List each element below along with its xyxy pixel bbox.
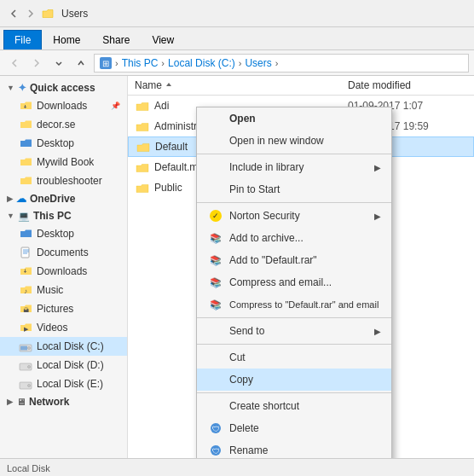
this-pc-chevron: ▼ — [7, 212, 14, 220]
title-forward-icon[interactable] — [24, 7, 38, 20]
content-area: Name Date modified Adi 01-09-2017 1:07 — [128, 76, 474, 458]
path-separator-3: › — [275, 58, 279, 68]
local-e-icon — [19, 377, 32, 391]
sidebar-section-this-pc[interactable]: ▼ 💻 This PC — [0, 207, 127, 224]
ctx-norton[interactable]: ✓ Norton Security ▶ — [197, 205, 391, 227]
svg-text:🛡: 🛡 — [212, 447, 220, 456]
desktop-label: Desktop — [37, 137, 74, 149]
ctx-shortcut-icon — [207, 399, 224, 413]
ctx-rename-icon: 🛡 — [207, 444, 224, 457]
troubleshooter-label: troubleshooter — [37, 175, 102, 187]
nav-recent-button[interactable] — [49, 54, 68, 73]
videos-icon: ▶ — [19, 321, 32, 334]
ctx-rename-label: Rename — [229, 444, 381, 456]
svg-point-8 — [28, 346, 31, 349]
ctx-create-shortcut[interactable]: Create shortcut — [197, 395, 391, 417]
sort-icon — [165, 82, 172, 89]
nav-forward-button[interactable] — [27, 54, 46, 73]
ctx-open-new-window[interactable]: Open in new window — [197, 130, 391, 152]
svg-text:♪: ♪ — [24, 287, 27, 295]
ctx-compress-label: Compress and email... — [229, 276, 381, 288]
sidebar-item-pictures[interactable]: 🏔 Pictures — [0, 299, 127, 318]
sidebar-item-downloads[interactable]: Downloads 📌 — [0, 96, 127, 115]
address-path[interactable]: ⊞ › This PC › Local Disk (C:) › Users › — [94, 54, 469, 73]
svg-rect-2 — [21, 247, 29, 258]
videos-label: Videos — [37, 322, 67, 334]
tab-view[interactable]: View — [141, 30, 185, 49]
sidebar-section-quick-access[interactable]: ▼ ✦ Quick access — [0, 79, 127, 96]
ctx-rar1-icon: 📚 — [207, 231, 224, 245]
sidebar-item-decor[interactable]: decor.se — [0, 115, 127, 134]
ctx-delete[interactable]: 🛡 Delete — [197, 417, 391, 439]
sidebar-item-mywild[interactable]: Mywild Book — [0, 153, 127, 171]
star-icon: ✦ — [18, 82, 26, 94]
decor-label: decor.se — [37, 119, 75, 131]
ctx-norton-label: Norton Security — [229, 210, 374, 222]
ctx-send-arrow: ▶ — [374, 327, 381, 336]
ctx-sep-5 — [197, 392, 391, 393]
ctx-add-default-rar[interactable]: 📚 Add to "Default.rar" — [197, 249, 391, 271]
path-item-2[interactable]: Users — [245, 57, 271, 69]
column-date-header[interactable]: Date modified — [348, 79, 467, 91]
sidebar-item-troubleshooter[interactable]: troubleshooter — [0, 171, 127, 190]
nav-back-button[interactable] — [5, 54, 24, 73]
music-icon: ♪ — [19, 283, 32, 297]
sidebar-item-music[interactable]: ♪ Music — [0, 281, 127, 299]
ctx-pin-icon — [207, 183, 224, 196]
ctx-open-new-icon — [207, 134, 224, 148]
path-item-1[interactable]: Local Disk (C:) — [168, 57, 235, 69]
ctx-open[interactable]: Open — [197, 107, 391, 130]
sidebar-item-desktop[interactable]: Desktop — [0, 134, 127, 153]
ctx-send-label: Send to — [229, 325, 374, 337]
local-d-label: Local Disk (D:) — [37, 359, 104, 371]
local-c-icon — [19, 340, 32, 353]
path-item-0[interactable]: This PC — [122, 57, 159, 69]
sidebar-item-downloads2[interactable]: Downloads — [0, 262, 127, 281]
pictures-icon: 🏔 — [19, 302, 32, 316]
ctx-library-icon — [207, 160, 224, 174]
sidebar-item-videos[interactable]: ▶ Videos — [0, 318, 127, 337]
column-name-header[interactable]: Name — [135, 79, 348, 91]
ctx-cut[interactable]: Cut — [197, 346, 391, 369]
administrator-folder-icon — [135, 119, 150, 134]
sidebar-item-local-c[interactable]: Local Disk (C:) — [0, 337, 127, 356]
ctx-compress-default-email[interactable]: 📚 Compress to "Default.rar" and email — [197, 293, 391, 316]
tab-file[interactable]: File — [3, 30, 42, 49]
ctx-pin-start[interactable]: Pin to Start — [197, 178, 391, 200]
tab-share[interactable]: Share — [91, 30, 141, 49]
ctx-include-library[interactable]: Include in library ▶ — [197, 156, 391, 178]
sidebar-item-local-d[interactable]: Local Disk (D:) — [0, 356, 127, 374]
ctx-add-archive[interactable]: 📚 Add to archive... — [197, 227, 391, 249]
svg-text:🏔: 🏔 — [22, 307, 28, 313]
adi-folder-icon — [135, 98, 150, 113]
sidebar-section-onedrive[interactable]: ▶ ☁ OneDrive — [0, 190, 127, 207]
content-header: Name Date modified — [128, 76, 474, 96]
nav-up-button[interactable] — [72, 54, 90, 73]
norton-icon: ✓ — [207, 209, 224, 223]
ctx-compress-email[interactable]: 📚 Compress and email... — [197, 271, 391, 293]
ctx-send-to[interactable]: Send to ▶ — [197, 320, 391, 342]
ctx-rename[interactable]: 🛡 Rename — [197, 439, 391, 458]
pin-icon: 📌 — [111, 102, 120, 110]
chevron-icon: ▼ — [7, 84, 14, 92]
ctx-copy[interactable]: Copy — [197, 369, 391, 391]
title-back-icon[interactable] — [7, 7, 20, 20]
ctx-copy-icon — [207, 373, 224, 386]
ctx-send-icon — [207, 324, 224, 338]
tab-home[interactable]: Home — [42, 30, 91, 49]
ctx-pin-label: Pin to Start — [229, 183, 381, 195]
pc-icon: 💻 — [18, 211, 30, 222]
path-separator-2: › — [239, 58, 242, 68]
sidebar-item-documents[interactable]: Documents — [0, 243, 127, 262]
sidebar-section-network[interactable]: ▶ 🖥 Network — [0, 393, 127, 410]
downloads2-label: Downloads — [37, 265, 87, 277]
downloads-folder-icon — [19, 99, 32, 113]
sidebar-item-desktop2[interactable]: Desktop — [0, 224, 127, 243]
title-bar: Users — [0, 0, 474, 27]
ctx-delete-icon: 🛡 — [207, 421, 224, 435]
desktop2-icon — [19, 227, 32, 241]
ctx-add-archive-label: Add to archive... — [229, 232, 381, 244]
sidebar-item-local-e[interactable]: Local Disk (E:) — [0, 374, 127, 393]
ctx-norton-arrow: ▶ — [374, 212, 381, 221]
status-bar: Local Disk — [0, 458, 474, 476]
